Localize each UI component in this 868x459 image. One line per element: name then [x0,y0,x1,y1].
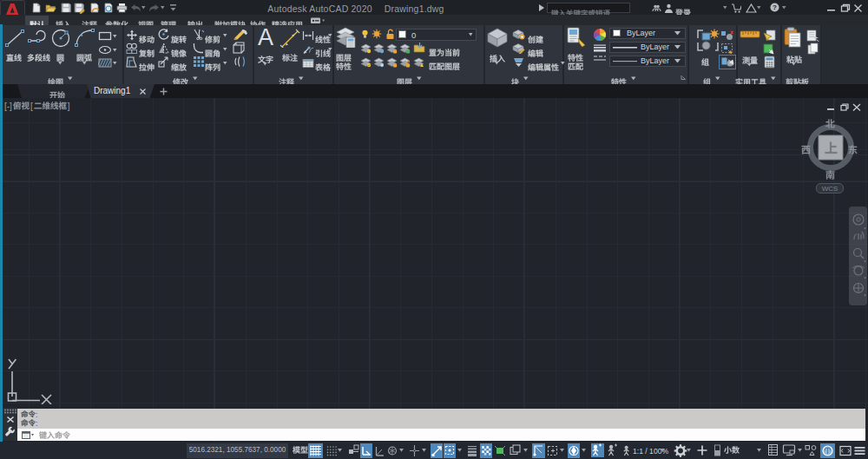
svg-text:?: ? [773,3,777,11]
